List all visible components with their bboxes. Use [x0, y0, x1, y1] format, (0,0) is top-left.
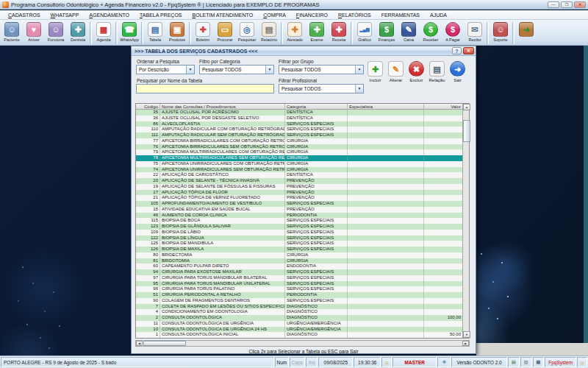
toolbar-button-caixa[interactable]: ✎Caixa	[398, 21, 420, 42]
toolbar-button-receber[interactable]: $Receber	[420, 21, 442, 42]
menu-ferramentas[interactable]: FERRAMENTAS	[376, 13, 425, 18]
table-row[interactable]: 110AMPUTAÇÃO RADICULAR COM OBTURAÇÃO RET…	[136, 127, 462, 132]
table-row[interactable]: 10CONSULTA ODONTOLÓGICA DE URGÊNCIA 24 H…	[136, 327, 462, 333]
column-header-c-digo[interactable]: Código	[136, 104, 160, 109]
scroll-right-icon[interactable]: ▶	[462, 341, 469, 346]
toolbar-button-relatorio[interactable]: ▤Relatório	[258, 21, 280, 42]
dialog-close-button[interactable]: ✕	[463, 47, 474, 54]
table-row[interactable]: 22APLICAÇÃO DE CARIOSTÁTICODENTÍSTICA	[136, 172, 462, 178]
menu-financeiro[interactable]: FINANCEIRO	[291, 13, 333, 18]
table-row[interactable]: 81BRIDOTOMIACIRURGIA	[136, 258, 462, 264]
incluir-button[interactable]: ✚Incluir	[365, 61, 385, 82]
horizontal-scrollbar[interactable]: ◀ ▶	[135, 340, 470, 347]
toolbar-button-procurar[interactable]: ▭Procurar	[214, 21, 236, 42]
table-row[interactable]: 35AJUSTE OCLUSAL POR ACRÉSCIMODENTÍSTICA	[136, 110, 462, 116]
table-row[interactable]: 80BRIDECTOMIACIRURGIA	[136, 252, 462, 258]
table-row[interactable]: 20APLICAÇÃO DE SELANTE - TÉCNICA INVASIV…	[136, 178, 462, 184]
toolbar-button-paciente[interactable]: ☺Paciente	[1, 21, 23, 42]
toolbar-button-whatsapp[interactable]: ☎WhatsApp	[118, 21, 140, 42]
grupo-select[interactable]: Pesquisar TODOS ▼	[279, 65, 364, 74]
table-row[interactable]: 60CAPEAMENTO PULPAR DIRETOENDODONTIA	[136, 263, 462, 269]
table-row[interactable]: 78APICETOMIA MULTIRRADICULARES SEM OBTUR…	[136, 155, 462, 161]
sair-button[interactable]: ➜Sair	[448, 61, 467, 82]
dialog-help-button[interactable]: ?	[452, 47, 462, 54]
toolbar-button-exame[interactable]: ✚Exame	[306, 21, 328, 42]
column-header-valor[interactable]: Valor	[424, 104, 462, 109]
table-row[interactable]: 90COLAGEM DE FRAGMENTOS DENTARIOSSERVIÇO…	[136, 298, 462, 304]
toolbar-button-agenda[interactable]: ▦Agenda	[93, 21, 115, 42]
table-row[interactable]: 1CONSULTA ODONTOLÓGICA INICIALDIAGNÓSTIC…	[136, 332, 462, 338]
table-row[interactable]: 75APICETOMIA UNIRRADICULARES COM OBTURAÇ…	[136, 161, 462, 167]
table-row[interactable]: 95CIRURGIA PARA TORUS MANDIBULAR UNILATE…	[136, 281, 462, 287]
scroll-thumb[interactable]	[463, 120, 470, 142]
toolbar-button-aniversariantes[interactable]: ♥Aniver	[23, 21, 45, 42]
menu-boletim-atendimento[interactable]: BOLETIM ATENDIMENTO	[187, 13, 259, 18]
scroll-left-icon[interactable]: ◀	[136, 341, 143, 346]
toolbar-button-grafico[interactable]: ▂▄▆Gráfico	[354, 21, 376, 42]
close-button[interactable]: ✕	[574, 1, 586, 8]
toolbar-button-funcionario[interactable]: ☺Funciona	[45, 21, 67, 42]
scroll-thumb[interactable]	[143, 341, 186, 346]
scroll-down-icon[interactable]: ▼	[463, 331, 470, 338]
toolbar-button-dentista[interactable]: ✚Dentista	[67, 21, 89, 42]
menu-relat-rios[interactable]: RELATÓRIOS	[333, 13, 376, 18]
table-row[interactable]: 94CIRURGIA PARA EXOSTOSE MAXILARSERVIÇOS…	[136, 269, 462, 275]
table-row[interactable]: 96CIRURGIA PARA TORUS PALATINOSERVIÇOS E…	[136, 286, 462, 292]
toolbar-button-boletim[interactable]: ✚Boletim	[192, 21, 214, 42]
column-header-nome-das-consultas-procedimentos[interactable]: Nome das Consultas / Procedimentos	[160, 104, 285, 109]
column-header-especialista[interactable]: Especialista	[348, 104, 424, 109]
table-row[interactable]: 21APLICAÇÃO TÓPICA DE VERNIZ FLUORETADOP…	[136, 195, 462, 201]
table-row[interactable]: 19APLICAÇÃO DE SELANTE DE FÓSSULAS E FIS…	[136, 184, 462, 190]
table-row[interactable]: 109BIOPSIA DE LÁBIOSERVIÇOS ESPECIAIS	[136, 230, 462, 236]
toolbar-button-a-pagar[interactable]: $A Pagar	[442, 21, 464, 42]
table-row[interactable]: 115BIOPSIA DE BOCASERVIÇOS ESPECIAIS	[136, 218, 462, 224]
relacao-button[interactable]: ▤Relação	[427, 61, 447, 82]
menu-whatsapp[interactable]: WHATSAPP	[46, 13, 85, 18]
table-row[interactable]: 126BIOPSIA DE MAXILASERVIÇOS ESPECIAIS	[136, 247, 462, 252]
table-row[interactable]: 36AJUSTE OCLUSAL POR DESGASTE SELETIVODE…	[136, 116, 462, 121]
table-row[interactable]: 4CONDICIONAMENTO EM ODONTOLOGIADIAGNÓSTI…	[136, 309, 462, 315]
table-row[interactable]: 105APROFUNDAMENTO/AUMENTO DE VESTIBULOSE…	[136, 201, 462, 207]
ordenar-select[interactable]: Por Descrição ▼	[136, 65, 195, 74]
table-row[interactable]: 125BIOPSIA DE MANDIBULASERVIÇOS ESPECIAI…	[136, 241, 462, 247]
restore-button[interactable]: ❐	[561, 1, 573, 8]
table-row[interactable]: 51CIRURGIA PERIODONTAL A RETALHOPERIODON…	[136, 292, 462, 298]
table-row[interactable]: 2CONSULTA ODONTOLÓGICADIAGNÓSTICO100,00	[136, 315, 462, 321]
table-row[interactable]: 77APICETOMIA BIRRADICULARES COM OBTURAÇÃ…	[136, 138, 462, 144]
minimize-button[interactable]: —	[548, 1, 559, 8]
table-row[interactable]: 15ATIVIDADE EDUCATIVA EM SAÚDE BUCALPREV…	[136, 207, 462, 213]
table-row[interactable]: 79APICETOMIA MULTIRRADICULARES COM OBTUR…	[136, 149, 462, 155]
alterar-button[interactable]: ✎Alterar	[386, 61, 406, 82]
menu-agendamento[interactable]: AGENDAMENTO	[84, 13, 135, 18]
table-row[interactable]: 11CONSULTA ODONTOLÓGICA DE URGÊNCIAURGÊN…	[136, 321, 462, 327]
table-row[interactable]: 74APICETOMIA UNIRRADICULARES SEM OBTURAÇ…	[136, 167, 462, 173]
table-row[interactable]: 76APICETOMIA BIRRADICULARES SEM OBTURAÇÃ…	[136, 144, 462, 150]
toolbar-button-sair-exit-door[interactable]: ➜	[515, 21, 537, 38]
toolbar-button-receita[interactable]: ✚Receita	[328, 21, 350, 42]
menu-ajuda[interactable]: AJUDA	[425, 13, 452, 18]
table-row[interactable]: 122BIOPSIA DE LÍNGUASERVIÇOS ESPECIAIS	[136, 236, 462, 241]
column-header-categoria[interactable]: Categoria	[285, 104, 348, 109]
scroll-up-icon[interactable]: ▲	[463, 104, 470, 110]
table-name-search-input[interactable]	[136, 84, 274, 93]
profissional-select[interactable]: Pesquisar TODOS ▼	[279, 84, 364, 93]
table-row[interactable]: 123BIOPSIA DE GLÂNDULA SALIVARSERVIÇOS E…	[136, 224, 462, 230]
categoria-select[interactable]: Pesquisar TODOS ▼	[199, 65, 274, 74]
toolbar-button-recibo[interactable]: ✉Recibo	[464, 21, 486, 42]
excluir-button[interactable]: ✖Excluir	[406, 61, 426, 82]
table-row[interactable]: 97CIRURGIA PARA TORUS MANDIBULAR BILATER…	[136, 275, 462, 281]
toolbar-button-produtos[interactable]: ▣Produtos	[166, 21, 188, 42]
toolbar-button-atestado[interactable]: ✚Atestado	[284, 21, 306, 42]
table-row[interactable]: 86ALVEOLOPLASTIASERVIÇOS ESPECIAIS	[136, 121, 462, 127]
toolbar-button-pesquisar[interactable]: ◎Pesquisar	[236, 21, 258, 42]
vertical-scrollbar[interactable]: ▲ ▼	[462, 104, 469, 338]
toolbar-button-suporte[interactable]: ☺Suporte	[490, 21, 512, 42]
toolbar-button-financas[interactable]: $Finanças	[376, 21, 398, 42]
table-row[interactable]: 7COLETA DE RASPADO EM LESÕES OU SITIOS E…	[136, 304, 462, 310]
table-row[interactable]: 46AUMENTO DE COROA CLINICAPERIODONTIA	[136, 213, 462, 219]
table-row[interactable]: 17APLICAÇÃO TÓPICA DE FLÚORPREVENÇÃO	[136, 190, 462, 196]
menu-tabela-pre-os[interactable]: TABELA PREÇOS	[135, 13, 187, 18]
menu-compra[interactable]: COMPRA	[258, 13, 291, 18]
table-row[interactable]: 111AMPUTAÇÃO RADICULAR SEM OBTURAÇÃO RET…	[136, 132, 462, 138]
toolbar-button-tabela[interactable]: ▤Tabela	[144, 21, 166, 42]
